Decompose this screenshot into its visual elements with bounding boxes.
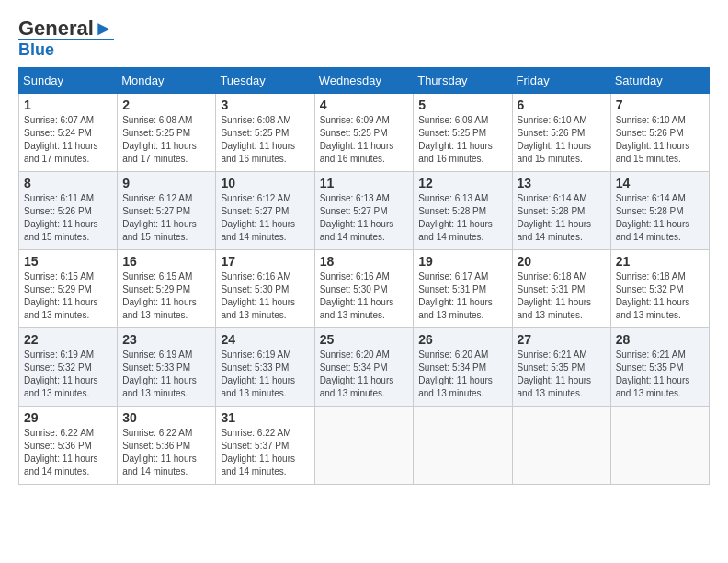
day-cell-31: 31 Sunrise: 6:22 AM Sunset: 5:37 PM Dayl… bbox=[216, 407, 314, 485]
day-info: Sunrise: 6:20 AM Sunset: 5:34 PM Dayligh… bbox=[320, 349, 409, 400]
day-number: 25 bbox=[320, 332, 409, 347]
day-number: 26 bbox=[418, 332, 506, 347]
day-info: Sunrise: 6:19 AM Sunset: 5:32 PM Dayligh… bbox=[24, 349, 112, 400]
calendar-table: SundayMondayTuesdayWednesdayThursdayFrid… bbox=[18, 67, 710, 485]
day-cell-7: 7 Sunrise: 6:10 AM Sunset: 5:26 PM Dayli… bbox=[610, 94, 709, 172]
day-cell-6: 6 Sunrise: 6:10 AM Sunset: 5:26 PM Dayli… bbox=[512, 94, 610, 172]
day-number: 23 bbox=[122, 332, 210, 347]
day-cell-21: 21 Sunrise: 6:18 AM Sunset: 5:32 PM Dayl… bbox=[610, 250, 709, 328]
day-info: Sunrise: 6:09 AM Sunset: 5:25 PM Dayligh… bbox=[418, 114, 506, 166]
weekday-header-tuesday: Tuesday bbox=[216, 68, 314, 94]
day-cell-5: 5 Sunrise: 6:09 AM Sunset: 5:25 PM Dayli… bbox=[414, 94, 512, 172]
day-info: Sunrise: 6:18 AM Sunset: 5:32 PM Dayligh… bbox=[616, 270, 704, 322]
empty-cell bbox=[512, 407, 610, 485]
day-cell-18: 18 Sunrise: 6:16 AM Sunset: 5:30 PM Dayl… bbox=[314, 250, 414, 328]
day-info: Sunrise: 6:19 AM Sunset: 5:33 PM Dayligh… bbox=[221, 349, 309, 400]
day-info: Sunrise: 6:11 AM Sunset: 5:26 PM Dayligh… bbox=[24, 192, 112, 244]
day-number: 11 bbox=[320, 176, 409, 190]
day-number: 7 bbox=[616, 98, 704, 112]
day-info: Sunrise: 6:15 AM Sunset: 5:29 PM Dayligh… bbox=[24, 270, 112, 322]
day-cell-19: 19 Sunrise: 6:17 AM Sunset: 5:31 PM Dayl… bbox=[414, 250, 512, 328]
page-header: General► Blue bbox=[18, 18, 710, 58]
day-cell-11: 11 Sunrise: 6:13 AM Sunset: 5:27 PM Dayl… bbox=[314, 172, 414, 250]
day-info: Sunrise: 6:13 AM Sunset: 5:28 PM Dayligh… bbox=[418, 192, 506, 244]
day-cell-22: 22 Sunrise: 6:19 AM Sunset: 5:32 PM Dayl… bbox=[19, 328, 118, 407]
logo-line1: General► bbox=[18, 18, 114, 39]
day-info: Sunrise: 6:09 AM Sunset: 5:25 PM Dayligh… bbox=[320, 114, 409, 166]
day-number: 28 bbox=[616, 332, 704, 347]
day-number: 2 bbox=[122, 98, 210, 112]
day-number: 29 bbox=[24, 410, 112, 425]
day-number: 30 bbox=[122, 410, 210, 425]
day-number: 13 bbox=[518, 176, 606, 190]
day-cell-13: 13 Sunrise: 6:14 AM Sunset: 5:28 PM Dayl… bbox=[512, 172, 610, 250]
day-cell-20: 20 Sunrise: 6:18 AM Sunset: 5:31 PM Dayl… bbox=[512, 250, 610, 328]
day-number: 14 bbox=[616, 176, 704, 190]
day-cell-14: 14 Sunrise: 6:14 AM Sunset: 5:28 PM Dayl… bbox=[610, 172, 709, 250]
day-info: Sunrise: 6:21 AM Sunset: 5:35 PM Dayligh… bbox=[518, 349, 606, 400]
day-number: 12 bbox=[418, 176, 506, 190]
day-info: Sunrise: 6:22 AM Sunset: 5:36 PM Dayligh… bbox=[122, 427, 210, 478]
logo: General► Blue bbox=[18, 18, 114, 58]
day-cell-25: 25 Sunrise: 6:20 AM Sunset: 5:34 PM Dayl… bbox=[314, 328, 414, 407]
day-info: Sunrise: 6:22 AM Sunset: 5:37 PM Dayligh… bbox=[221, 427, 309, 478]
day-info: Sunrise: 6:14 AM Sunset: 5:28 PM Dayligh… bbox=[518, 192, 606, 244]
day-cell-26: 26 Sunrise: 6:20 AM Sunset: 5:34 PM Dayl… bbox=[414, 328, 512, 407]
weekday-header-sunday: Sunday bbox=[19, 68, 118, 94]
day-number: 8 bbox=[24, 176, 112, 190]
day-info: Sunrise: 6:12 AM Sunset: 5:27 PM Dayligh… bbox=[122, 192, 210, 244]
day-cell-27: 27 Sunrise: 6:21 AM Sunset: 5:35 PM Dayl… bbox=[512, 328, 610, 407]
day-cell-29: 29 Sunrise: 6:22 AM Sunset: 5:36 PM Dayl… bbox=[19, 407, 118, 485]
weekday-header-friday: Friday bbox=[512, 68, 610, 94]
weekday-header-wednesday: Wednesday bbox=[314, 68, 414, 94]
day-number: 6 bbox=[518, 98, 606, 112]
logo-line2: Blue bbox=[18, 39, 114, 58]
day-info: Sunrise: 6:21 AM Sunset: 5:35 PM Dayligh… bbox=[616, 349, 704, 400]
day-number: 3 bbox=[221, 98, 309, 112]
day-number: 15 bbox=[24, 254, 112, 269]
day-info: Sunrise: 6:07 AM Sunset: 5:24 PM Dayligh… bbox=[24, 114, 112, 166]
day-cell-15: 15 Sunrise: 6:15 AM Sunset: 5:29 PM Dayl… bbox=[19, 250, 118, 328]
day-number: 4 bbox=[320, 98, 409, 112]
day-info: Sunrise: 6:14 AM Sunset: 5:28 PM Dayligh… bbox=[616, 192, 704, 244]
day-number: 17 bbox=[221, 254, 309, 269]
day-info: Sunrise: 6:10 AM Sunset: 5:26 PM Dayligh… bbox=[616, 114, 704, 166]
day-number: 22 bbox=[24, 332, 112, 347]
day-info: Sunrise: 6:16 AM Sunset: 5:30 PM Dayligh… bbox=[320, 270, 409, 322]
day-info: Sunrise: 6:16 AM Sunset: 5:30 PM Dayligh… bbox=[221, 270, 309, 322]
day-info: Sunrise: 6:19 AM Sunset: 5:33 PM Dayligh… bbox=[122, 349, 210, 400]
day-number: 1 bbox=[24, 98, 112, 112]
day-number: 5 bbox=[418, 98, 506, 112]
empty-cell bbox=[414, 407, 512, 485]
day-info: Sunrise: 6:13 AM Sunset: 5:27 PM Dayligh… bbox=[320, 192, 409, 244]
day-number: 19 bbox=[418, 254, 506, 269]
day-cell-8: 8 Sunrise: 6:11 AM Sunset: 5:26 PM Dayli… bbox=[19, 172, 118, 250]
day-cell-9: 9 Sunrise: 6:12 AM Sunset: 5:27 PM Dayli… bbox=[118, 172, 216, 250]
day-info: Sunrise: 6:08 AM Sunset: 5:25 PM Dayligh… bbox=[221, 114, 309, 166]
day-info: Sunrise: 6:22 AM Sunset: 5:36 PM Dayligh… bbox=[24, 427, 112, 478]
day-info: Sunrise: 6:17 AM Sunset: 5:31 PM Dayligh… bbox=[418, 270, 506, 322]
day-cell-24: 24 Sunrise: 6:19 AM Sunset: 5:33 PM Dayl… bbox=[216, 328, 314, 407]
weekday-header-monday: Monday bbox=[118, 68, 216, 94]
day-cell-1: 1 Sunrise: 6:07 AM Sunset: 5:24 PM Dayli… bbox=[19, 94, 118, 172]
day-cell-17: 17 Sunrise: 6:16 AM Sunset: 5:30 PM Dayl… bbox=[216, 250, 314, 328]
day-number: 20 bbox=[518, 254, 606, 269]
day-number: 21 bbox=[616, 254, 704, 269]
weekday-header-thursday: Thursday bbox=[414, 68, 512, 94]
day-cell-12: 12 Sunrise: 6:13 AM Sunset: 5:28 PM Dayl… bbox=[414, 172, 512, 250]
day-info: Sunrise: 6:15 AM Sunset: 5:29 PM Dayligh… bbox=[122, 270, 210, 322]
day-cell-23: 23 Sunrise: 6:19 AM Sunset: 5:33 PM Dayl… bbox=[118, 328, 216, 407]
empty-cell bbox=[610, 407, 709, 485]
day-number: 10 bbox=[221, 176, 309, 190]
day-info: Sunrise: 6:18 AM Sunset: 5:31 PM Dayligh… bbox=[518, 270, 606, 322]
day-cell-28: 28 Sunrise: 6:21 AM Sunset: 5:35 PM Dayl… bbox=[610, 328, 709, 407]
empty-cell bbox=[314, 407, 414, 485]
day-number: 24 bbox=[221, 332, 309, 347]
day-number: 27 bbox=[518, 332, 606, 347]
day-cell-4: 4 Sunrise: 6:09 AM Sunset: 5:25 PM Dayli… bbox=[314, 94, 414, 172]
day-number: 16 bbox=[122, 254, 210, 269]
day-cell-3: 3 Sunrise: 6:08 AM Sunset: 5:25 PM Dayli… bbox=[216, 94, 314, 172]
weekday-header-saturday: Saturday bbox=[610, 68, 709, 94]
day-cell-16: 16 Sunrise: 6:15 AM Sunset: 5:29 PM Dayl… bbox=[118, 250, 216, 328]
day-info: Sunrise: 6:08 AM Sunset: 5:25 PM Dayligh… bbox=[122, 114, 210, 166]
